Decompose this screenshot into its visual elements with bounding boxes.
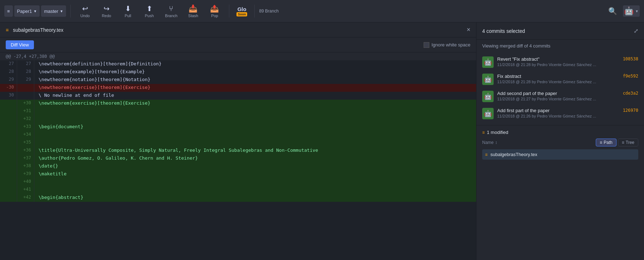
line-code: \newtheorem{notation}[theorem]{Notation} [34, 76, 476, 84]
tree-view-button[interactable]: ≡ Tree [618, 139, 638, 146]
diff-view-button[interactable]: Diff View [6, 40, 34, 49]
pop-button[interactable]: 📤 Pop [205, 1, 225, 21]
line-num-old [0, 178, 17, 186]
line-code: \newtheorem{example}[theorem]{Example} [34, 68, 476, 76]
pull-button[interactable]: ⬇ Pull [118, 1, 138, 21]
line-num-new: +36 [17, 147, 34, 155]
avatar-icon: 🤖 [624, 6, 634, 16]
diff-line: +33\begin{document} [0, 123, 476, 131]
toolbar: ≡ Paper1 ▼ master ▼ ↩ Undo ↪ Redo ⬇ Pull… [0, 0, 644, 22]
line-code: \newtheorem{exercise}[theorem]{Exercise} [34, 84, 476, 92]
avatar-dropdown-icon: ▼ [635, 9, 639, 13]
line-num-old [0, 139, 17, 147]
glo-label: Glo [238, 6, 246, 12]
line-code [34, 186, 476, 194]
diff-close-button[interactable]: × [466, 26, 470, 34]
commit-item[interactable]: 🤖Revert "Fix abstract"11/2/2018 @ 21:28 … [476, 54, 644, 71]
diff-file-header: ≡ subalgebrasTheory.tex × [0, 22, 476, 38]
line-num-old [0, 162, 17, 170]
redo-icon: ↪ [104, 4, 110, 13]
view-toggle: ≡ Path ≡ Tree [596, 139, 638, 146]
line-num-new: +40 [17, 178, 34, 186]
line-code [34, 178, 476, 186]
commits-selected-label: 4 commits selected [482, 28, 525, 34]
diff-line: +36\title{Ultra-Universally Composite, S… [0, 147, 476, 155]
line-code: \maketitle [34, 170, 476, 178]
diff-line: +32 [0, 115, 476, 123]
stash-icon: 📥 [189, 4, 198, 13]
diff-line: +34 [0, 131, 476, 139]
redo-button[interactable]: ↪ Redo [96, 1, 116, 21]
pop-label: Pop [211, 14, 218, 18]
commit-avatar: 🤖 [482, 108, 494, 119]
modified-icon: ≡ [482, 130, 485, 135]
push-button[interactable]: ⬆ Push [139, 1, 159, 21]
stash-button[interactable]: 📥 Stash [183, 1, 203, 21]
modified-label: ≡ 1 modified [482, 130, 638, 135]
app-menu-icon: ≡ [7, 9, 10, 14]
line-num-new: 27 [17, 60, 34, 68]
files-section: ≡ 1 modified Name ↕ ≡ Path ≡ Tree [476, 125, 644, 162]
commit-info: Revert "Fix abstract"11/2/2018 @ 21:28 b… [497, 56, 619, 67]
line-num-new: +33 [17, 123, 34, 131]
branch-button[interactable]: ⑂ Branch [161, 1, 182, 21]
diff-line: 30\ No newline at end of file [0, 92, 476, 100]
search-button[interactable]: 🔍 [605, 5, 620, 17]
line-num-new: +42 [17, 194, 34, 202]
diff-content[interactable]: @@ -27,4 +27,380 @@ 2727\newtheorem{defi… [0, 52, 476, 260]
name-column-header: Name ↕ [482, 140, 593, 145]
diff-line: +41 [0, 186, 476, 194]
line-code [34, 115, 476, 123]
diff-line: +30\newtheorem{exercise}[theorem]{Exerci… [0, 100, 476, 108]
branch-name: master [44, 9, 58, 14]
line-num-new: +37 [17, 155, 34, 162]
line-code: \date{} [34, 162, 476, 170]
android-icon: 🤖 [484, 110, 492, 118]
line-num-new: +35 [17, 139, 34, 147]
commit-item[interactable]: 🤖Fix abstract11/2/2018 @ 21:28 by Pedro … [476, 71, 644, 88]
project-selector[interactable]: Paper1 ▼ [14, 5, 40, 17]
file-item[interactable]: ≡ subalgebrasTheory.tex [482, 149, 638, 160]
path-view-label: Path [604, 140, 613, 145]
line-num-old: -30 [0, 84, 17, 92]
diff-line: +31 [0, 108, 476, 115]
line-num-old [0, 100, 17, 108]
branch-selector[interactable]: master ▼ [41, 5, 66, 17]
path-view-button[interactable]: ≡ Path [596, 139, 616, 146]
diff-line: 2828\newtheorem{example}[theorem]{Exampl… [0, 68, 476, 76]
diff-panel: ≡ subalgebrasTheory.tex × Diff View Igno… [0, 22, 476, 260]
branch-count: 89 Branch [259, 9, 279, 14]
commit-hash: 108538 [623, 56, 638, 61]
line-code: \title{Ultra-Universally Composite, Simp… [34, 147, 476, 155]
diff-file-name: subalgebrasTheory.tex [13, 27, 63, 33]
push-icon: ⬆ [146, 4, 153, 13]
undo-icon: ↩ [82, 4, 88, 13]
tree-view-icon: ≡ [622, 140, 624, 145]
line-num-old: 29 [0, 76, 17, 84]
commit-meta: 11/2/2018 @ 21:27 by Pedro Vicente Gómez… [497, 97, 619, 101]
commit-item[interactable]: 🤖Add second part of the paper11/2/2018 @… [476, 88, 644, 105]
project-name: Paper1 [17, 9, 32, 14]
line-num-new: +30 [17, 100, 34, 108]
app-menu-button[interactable]: ≡ [4, 5, 13, 17]
viewing-merged-label: Viewing merged diff of 4 commits [476, 40, 644, 51]
project-dropdown-icon: ▼ [34, 9, 37, 13]
line-num-old [0, 170, 17, 178]
commit-avatar: 🤖 [482, 56, 494, 68]
file-item-name: subalgebrasTheory.tex [490, 152, 537, 157]
avatar-button[interactable]: 🤖 ▼ [623, 5, 640, 17]
expand-button[interactable]: ⤢ [634, 28, 638, 34]
commit-message: Add second part of the paper [497, 91, 619, 96]
line-num-new: 29 [17, 76, 34, 84]
undo-label: Undo [80, 14, 90, 18]
undo-button[interactable]: ↩ Undo [75, 1, 95, 21]
line-code: \author{Pedro Gomez, O. Galileo, K. Cher… [34, 155, 476, 162]
sort-icon[interactable]: ↕ [495, 140, 497, 145]
glo-button[interactable]: Glo Soon [234, 1, 250, 21]
glo-soon-badge: Soon [236, 12, 248, 16]
diff-line: +38\date{} [0, 162, 476, 170]
whitespace-checkbox[interactable] [424, 42, 429, 48]
line-num-new: 28 [17, 68, 34, 76]
diff-lines-container: 2727\newtheorem{definition}[theorem]{Def… [0, 60, 476, 202]
commit-item[interactable]: 🤖Add first part of the paper11/2/2018 @ … [476, 105, 644, 122]
